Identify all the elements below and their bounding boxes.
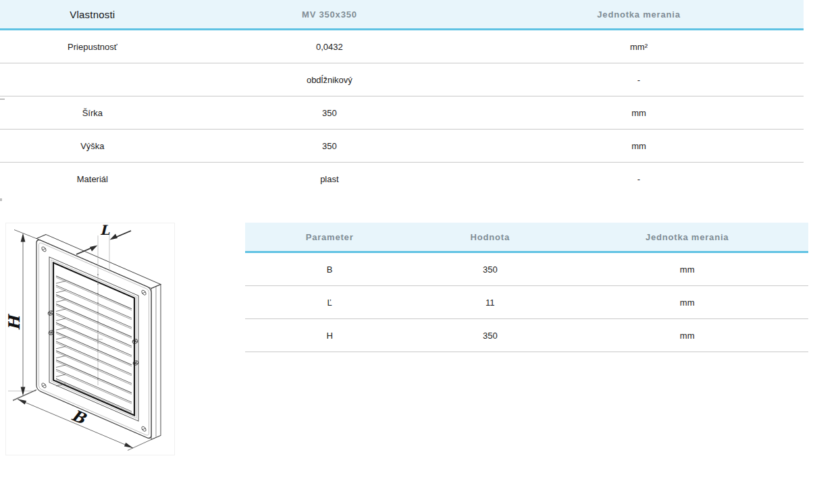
table-row: Priepustnosť 0,0432 mm² [0,30,804,63]
parameter-name: H [245,331,414,341]
column-header-unit: Jednotka merania [474,9,804,20]
property-label: Výška [0,141,185,151]
grille-body [36,230,161,443]
property-label: Šírka [0,108,185,118]
property-unit: mm² [474,42,804,52]
column-header-vlastnosti: Vlastnosti [0,9,185,20]
table-row: B 350 mm [245,253,808,286]
property-label: Priepustnosť [0,42,185,52]
parameter-value: 350 [414,264,566,275]
property-unit: mm [474,141,804,151]
product-technical-drawing: L H B [5,223,175,455]
parameter-value: 350 [414,331,566,341]
parameter-value: 11 [414,298,566,308]
property-unit: - [474,174,804,184]
properties-table-header: Vlastnosti MV 350x350 Jednotka merania [0,0,804,30]
column-header-hodnota: Hodnota [414,232,566,242]
property-value: 0,0432 [185,42,474,52]
column-header-parameter: Parameter [245,232,414,242]
property-unit: mm [474,108,804,118]
property-unit: - [474,75,804,85]
column-header-model: MV 350x350 [185,9,474,20]
edge-artifact [0,198,2,201]
parameter-name: Ľ [245,298,414,308]
table-row: Výška 350 mm [0,130,804,163]
parameter-unit: mm [566,331,808,341]
dimensions-table-header: Parameter Hodnota Jednotka merania [245,223,808,253]
column-header-unit: Jednotka merania [566,232,808,242]
dimensions-table: Parameter Hodnota Jednotka merania B 350… [245,223,808,352]
edge-artifact [0,99,5,100]
dimension-label-l: L [100,223,110,238]
parameter-unit: mm [566,298,808,308]
parameter-name: B [245,264,414,275]
parameter-unit: mm [566,264,808,275]
dimension-label-h: H [6,314,23,331]
property-value: 350 [185,141,474,151]
properties-table: Vlastnosti MV 350x350 Jednotka merania P… [0,0,804,195]
grille-drawing-svg: L H B [6,223,174,455]
table-row: Materiál plast - [0,163,804,195]
property-value: obdĺžnikový [185,75,474,85]
property-value: 350 [185,108,474,118]
property-value: plast [185,174,474,184]
table-row: Ľ 11 mm [245,286,808,319]
dimension-h [8,230,36,401]
table-row: H 350 mm [245,319,808,352]
property-label: Materiál [0,174,185,184]
table-row: Šírka 350 mm [0,96,804,130]
table-row: obdĺžnikový - [0,63,804,96]
